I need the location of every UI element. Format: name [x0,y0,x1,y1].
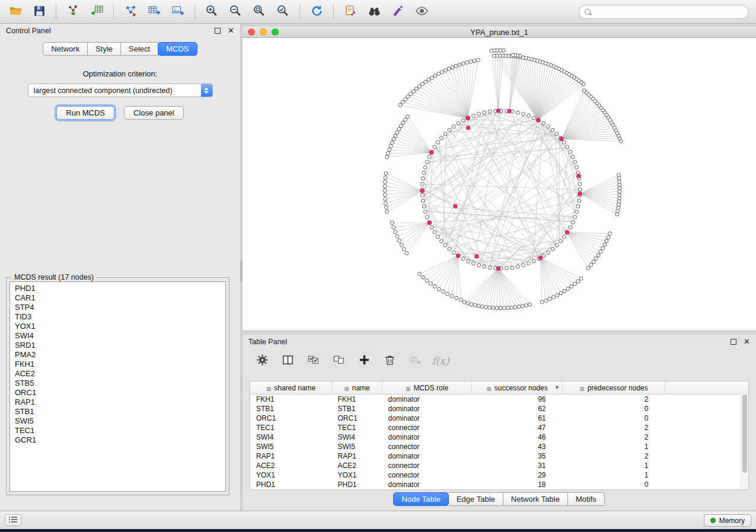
zoom-selected-button[interactable] [271,2,295,21]
add-column-button[interactable] [356,353,372,368]
column-header-shared-name[interactable]: ▦shared name [250,382,332,395]
table-row[interactable]: TEC1TEC1connector472 [250,423,748,432]
function-builder-button[interactable]: f(x) [433,353,448,368]
table-cell [665,404,749,414]
save-icon [33,4,46,20]
table-row[interactable]: PHD1PHD1dominator180 [250,480,748,489]
mcds-result-item[interactable]: ORC1 [15,388,225,398]
table-cell: 0 [563,414,665,423]
mcds-result-list[interactable]: PHD1CAR1STP4TID3YOX1SWI4SRD1PMA2FKH1ACE2… [9,281,226,492]
close-table-panel-icon[interactable]: ✕ [744,339,750,345]
overview-button[interactable] [410,2,433,21]
tab-mcds[interactable]: MCDS [158,42,197,56]
mcds-result-item[interactable]: SWI5 [15,416,225,426]
export-network-button[interactable] [119,2,142,21]
mcds-result-item[interactable]: SWI4 [15,331,225,341]
close-panel-icon[interactable]: ✕ [228,28,234,34]
horizontal-splitter[interactable] [243,330,756,335]
export-table-icon [148,4,161,20]
mcds-result-item[interactable]: RAP1 [15,398,225,407]
table-tab-node-table[interactable]: Node Table [393,492,449,506]
export-table-button[interactable] [142,2,166,21]
network-window: YPA_prune.txt_1 [243,27,756,330]
mcds-result-item[interactable]: SRD1 [15,341,225,350]
mcds-result-item[interactable]: CAR1 [15,293,225,303]
mcds-result-item[interactable]: GCR1 [15,435,225,445]
show-columns-button[interactable] [280,353,295,368]
table-scrollbar-thumb[interactable] [742,395,747,473]
close-panel-button[interactable]: Close panel [124,106,184,120]
table-tab-edge-table[interactable]: Edge Table [449,492,503,506]
column-header-predecessor-nodes[interactable]: ▦predecessor nodes [563,382,665,395]
select-all-rows-button[interactable] [305,353,321,368]
table-tab-network-table[interactable]: Network Table [503,492,568,506]
table-row[interactable]: YOX1YOX1connector291 [250,470,748,480]
table-tab-motifs[interactable]: Motifs [568,492,605,506]
open-file-button[interactable] [4,2,27,21]
column-header-successor-nodes[interactable]: ▦successor nodes▾ [472,382,563,395]
import-network-button[interactable] [61,2,85,21]
import-table-button[interactable] [85,2,109,21]
mcds-result-item[interactable]: YOX1 [15,322,225,331]
tab-style[interactable]: Style [88,42,121,56]
toolbar-separator [113,4,114,20]
zoom-out-button[interactable] [224,2,247,21]
network-window-titlebar[interactable]: YPA_prune.txt_1 [243,27,756,38]
panel-menu-button[interactable] [5,514,21,526]
zoom-fit-button[interactable] [247,2,271,21]
memory-button[interactable]: Memory [704,514,751,527]
delete-table-button[interactable] [407,353,423,368]
table-cell: 29 [472,470,563,480]
status-bar: Memory [0,511,756,529]
list-icon [8,516,18,525]
apply-layout-button[interactable] [305,2,328,21]
column-header-name[interactable]: ▦name [332,382,382,395]
table-row[interactable]: SWI4SWI4dominator462 [250,432,748,442]
network-canvas[interactable] [243,38,756,331]
mcds-result-item[interactable]: STB1 [15,407,225,416]
table-row[interactable]: RAP1RAP1dominator352 [250,451,748,461]
table-row[interactable]: ORC1ORC1dominator610 [250,414,748,423]
export-image-button[interactable] [166,2,190,21]
tab-select[interactable]: Select [121,42,158,56]
filter-button[interactable] [386,2,410,21]
control-panel-tabs: NetworkStyleSelectMCDS [0,42,240,56]
table-cell [665,480,749,489]
mcds-result-item[interactable]: PMA2 [15,350,225,360]
mcds-result-item[interactable]: PHD1 [15,284,225,293]
table-settings-button[interactable] [254,353,270,368]
deselect-all-rows-button[interactable] [331,353,346,368]
delete-columns-button[interactable] [382,353,397,368]
tab-network[interactable]: Network [43,42,88,56]
table-row[interactable]: ACE2ACE2connector311 [250,461,748,470]
copy-style-button[interactable] [339,2,362,21]
toolbar-separator [56,4,56,20]
chevron-down-icon[interactable]: ▾ [556,384,559,390]
mcds-result-item[interactable]: FKH1 [15,360,225,369]
column-label: shared name [274,384,315,392]
find-button[interactable] [362,2,386,21]
search-input[interactable] [594,7,748,17]
column-header-MCDS-role[interactable]: ▦MCDS role [382,382,472,395]
table-scrollbar[interactable] [741,393,748,489]
mcds-result-item[interactable]: STP4 [15,303,225,312]
mcds-result-item[interactable]: TEC1 [15,426,225,435]
table-row[interactable]: STB1STB1dominator620 [250,404,748,414]
network-graph[interactable] [243,38,756,331]
document-share-icon [344,4,358,20]
table-cell: ACE2 [332,461,382,470]
mcds-result-item[interactable]: TID3 [15,312,225,322]
column-sort-icon: ▦ [344,386,349,392]
save-button[interactable] [27,2,51,21]
table-row[interactable]: FKH1FKH1dominator962 [250,395,748,405]
float-table-panel-icon[interactable] [731,339,736,345]
criterion-dropdown[interactable]: largest connected component (undirected) [28,84,213,97]
table-cell: 43 [472,442,563,451]
mcds-result-item[interactable]: ACE2 [15,369,225,379]
table-row[interactable]: SWI5SWI5connector431 [250,442,748,451]
run-mcds-button[interactable]: Run MCDS [56,106,114,120]
mcds-result-item[interactable]: STB5 [15,379,225,388]
deselect-all-icon [333,354,345,368]
float-panel-icon[interactable] [215,28,221,34]
zoom-in-button[interactable] [200,2,224,21]
